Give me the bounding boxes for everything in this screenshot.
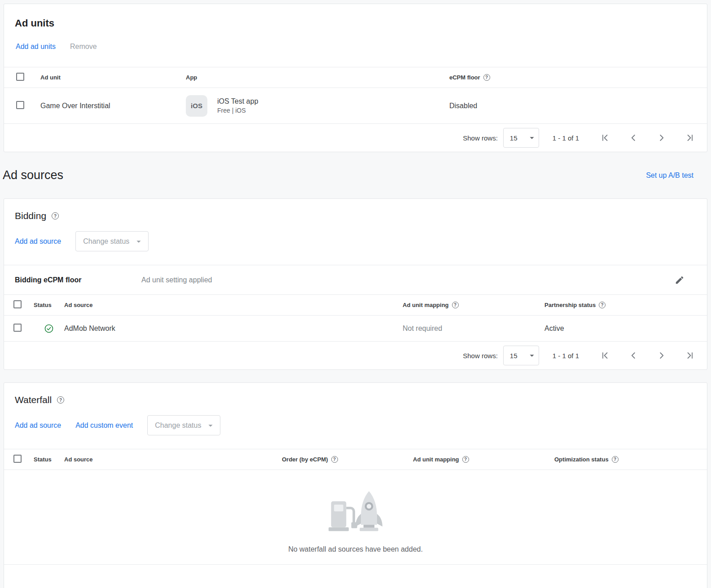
- app-cell: iOS iOS Test app Free | iOS: [186, 95, 449, 117]
- add-ad-source-link[interactable]: Add ad source: [15, 237, 61, 246]
- ad-unit-name: Game Over Interstitial: [40, 102, 186, 110]
- previous-page-button[interactable]: [628, 132, 639, 143]
- help-icon[interactable]: ?: [52, 212, 59, 219]
- first-page-button[interactable]: [600, 350, 610, 361]
- arrow-drop-down-icon: [527, 133, 537, 143]
- previous-page-button[interactable]: [628, 350, 639, 361]
- waterfall-empty-state: No waterfall ad sources have been added.: [4, 470, 707, 565]
- edit-icon[interactable]: [675, 275, 685, 285]
- status-active-icon: [34, 324, 64, 333]
- first-page-button[interactable]: [600, 132, 610, 143]
- ad-units-actions: Add ad units Remove: [4, 29, 707, 67]
- pagination-range: 1 - 1 of 1: [553, 352, 579, 360]
- next-page-button[interactable]: [656, 350, 667, 361]
- help-icon[interactable]: ?: [599, 302, 606, 308]
- column-order-label: Order (by eCPM): [282, 456, 328, 463]
- show-rows-label: Show rows:: [463, 352, 498, 360]
- change-status-button[interactable]: Change status: [75, 231, 149, 251]
- column-ad-source: Ad source: [64, 456, 282, 463]
- help-icon[interactable]: ?: [612, 456, 619, 463]
- column-partnership-status: Partnership status ?: [544, 302, 707, 308]
- arrow-drop-down-icon: [206, 421, 215, 430]
- pagination-nav: [600, 350, 695, 361]
- column-ad-unit: Ad unit: [40, 74, 186, 81]
- bidding-ecpm-floor-label: Bidding eCPM floor: [15, 276, 141, 284]
- waterfall-footer: [4, 565, 707, 588]
- pagination-range: 1 - 1 of 1: [553, 134, 579, 142]
- ad-units-title-row: Ad units: [4, 4, 707, 29]
- column-ad-unit-mapping-label: Ad unit mapping: [403, 302, 449, 308]
- next-page-button[interactable]: [656, 132, 667, 143]
- help-icon[interactable]: ?: [452, 302, 459, 308]
- last-page-button[interactable]: [685, 350, 695, 361]
- column-ad-unit-mapping: Ad unit mapping ?: [413, 456, 554, 463]
- rocket-fuel-pump-illustration: [322, 485, 389, 540]
- rows-per-page-select[interactable]: 15: [503, 128, 539, 148]
- change-status-label: Change status: [155, 421, 201, 430]
- help-icon[interactable]: ?: [331, 456, 338, 463]
- help-icon[interactable]: ?: [57, 396, 64, 404]
- select-all-checkbox[interactable]: [13, 455, 22, 463]
- row-checkbox[interactable]: [16, 101, 24, 109]
- add-ad-units-link[interactable]: Add ad units: [16, 43, 56, 51]
- column-status: Status: [34, 456, 64, 463]
- ecpm-floor-value: Disabled: [449, 102, 707, 110]
- ad-units-title: Ad units: [15, 18, 54, 29]
- arrow-drop-down-icon: [134, 237, 144, 246]
- rows-per-page-select[interactable]: 15: [503, 346, 539, 365]
- column-ad-unit-mapping-label: Ad unit mapping: [413, 456, 459, 463]
- bidding-ecpm-floor-row: Bidding eCPM floor Ad unit setting appli…: [4, 265, 707, 294]
- partnership-status-value: Active: [544, 325, 707, 333]
- column-app: App: [186, 74, 449, 81]
- pagination-nav: [600, 132, 695, 143]
- change-status-label: Change status: [83, 237, 129, 246]
- ad-unit-row[interactable]: Game Over Interstitial iOS iOS Test app …: [4, 88, 707, 124]
- column-ad-unit-mapping: Ad unit mapping ?: [403, 302, 544, 308]
- column-ecpm-floor-label: eCPM floor: [449, 74, 480, 81]
- bidding-table-header: Status Ad source Ad unit mapping ? Partn…: [4, 294, 707, 316]
- waterfall-actions: Add ad source Add custom event Change st…: [4, 405, 707, 449]
- app-text: iOS Test app Free | iOS: [217, 97, 258, 114]
- ad-units-card: Ad units Add ad units Remove Ad unit App…: [4, 4, 707, 152]
- bidding-title: Bidding: [15, 211, 46, 221]
- waterfall-table-header: Status Ad source Order (by eCPM) ? Ad un…: [4, 449, 707, 470]
- select-all-checkbox[interactable]: [16, 73, 24, 81]
- help-icon[interactable]: ?: [462, 456, 469, 463]
- column-ad-source: Ad source: [64, 302, 403, 308]
- waterfall-title-row: Waterfall ?: [4, 383, 707, 405]
- setup-ab-test-link[interactable]: Set up A/B test: [646, 171, 693, 180]
- waterfall-title: Waterfall: [15, 395, 52, 405]
- app-name: iOS Test app: [217, 97, 258, 105]
- bidding-title-row: Bidding ?: [4, 199, 707, 221]
- bidding-actions: Add ad source Change status: [4, 221, 707, 265]
- add-custom-event-link[interactable]: Add custom event: [75, 421, 133, 430]
- ad-sources-title: Ad sources: [3, 168, 63, 182]
- change-status-button[interactable]: Change status: [147, 415, 220, 435]
- column-status: Status: [34, 302, 64, 308]
- help-icon[interactable]: ?: [483, 74, 490, 81]
- last-page-button[interactable]: [685, 132, 695, 143]
- column-optimization-status-label: Optimization status: [554, 456, 609, 463]
- waterfall-empty-message: No waterfall ad sources have been added.: [288, 545, 423, 553]
- ad-sources-section-header: Ad sources Set up A/B test: [0, 152, 711, 198]
- column-partnership-status-label: Partnership status: [544, 302, 596, 308]
- bidding-card: Bidding ? Add ad source Change status Bi…: [4, 198, 707, 370]
- ad-source-name: AdMob Network: [64, 325, 403, 333]
- add-ad-source-link[interactable]: Add ad source: [15, 421, 61, 430]
- ad-units-table-header: Ad unit App eCPM floor ?: [4, 67, 707, 88]
- bidding-row[interactable]: AdMob Network Not required Active: [4, 316, 707, 342]
- arrow-drop-down-icon: [527, 351, 537, 360]
- rows-per-page-value: 15: [510, 352, 518, 360]
- select-all-checkbox[interactable]: [13, 300, 22, 308]
- remove-link[interactable]: Remove: [70, 43, 97, 51]
- column-order: Order (by eCPM) ?: [282, 456, 413, 463]
- bidding-ecpm-floor-value: Ad unit setting applied: [141, 276, 212, 284]
- waterfall-card: Waterfall ? Add ad source Add custom eve…: [4, 382, 707, 588]
- column-ecpm-floor: eCPM floor ?: [449, 74, 707, 81]
- row-checkbox[interactable]: [13, 324, 22, 332]
- ad-unit-mapping-value: Not required: [403, 325, 544, 333]
- app-meta: Free | iOS: [217, 107, 258, 114]
- bidding-pagination: Show rows: 15 1 - 1 of 1: [4, 342, 707, 369]
- show-rows-label: Show rows:: [463, 134, 498, 142]
- rows-per-page-value: 15: [510, 134, 518, 142]
